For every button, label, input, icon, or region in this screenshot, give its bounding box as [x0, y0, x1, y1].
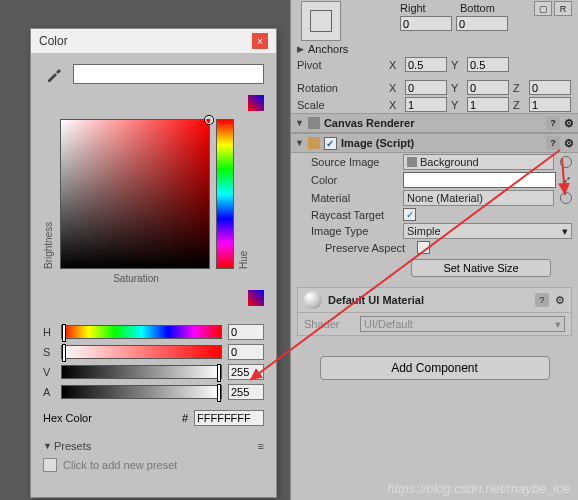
rot-z-input[interactable]	[529, 80, 571, 95]
chevron-down-icon: ▾	[562, 225, 568, 238]
h-slider[interactable]	[61, 325, 222, 339]
v-slider[interactable]	[61, 365, 222, 379]
anchors-foldout[interactable]: ▶ Anchors	[291, 42, 578, 56]
color-preview-swatch	[73, 64, 264, 84]
material-name: Default UI Material	[328, 294, 424, 306]
anchors-label: Anchors	[308, 43, 348, 55]
hue-axis-label: Hue	[238, 119, 249, 269]
material-label: Material	[311, 192, 399, 204]
help-icon[interactable]: ?	[546, 136, 560, 150]
gear-icon[interactable]: ⚙	[555, 294, 565, 307]
pivot-label: Pivot	[297, 59, 385, 71]
imagetype-label: Image Type	[311, 225, 399, 237]
canvas-renderer-header[interactable]: ▼ Canvas Renderer ? ⚙	[291, 113, 578, 133]
color-picker-window: Color × Brightness Hue Saturation	[30, 28, 277, 498]
source-image-label: Source Image	[311, 156, 399, 168]
eyedropper-icon[interactable]	[560, 174, 572, 186]
h-label: H	[43, 326, 55, 338]
canvas-renderer-title: Canvas Renderer	[324, 117, 415, 129]
chevron-down-icon: ▼	[295, 138, 304, 148]
color-picker-titlebar[interactable]: Color ×	[31, 29, 276, 53]
hex-input[interactable]	[194, 410, 264, 426]
material-value: None (Material)	[407, 192, 483, 204]
scale-y-input[interactable]	[467, 97, 509, 112]
chevron-down-icon: ▼	[43, 441, 52, 451]
close-icon[interactable]: ×	[252, 33, 268, 49]
color-field[interactable]	[403, 172, 556, 188]
v-input[interactable]	[228, 364, 264, 380]
a-input[interactable]	[228, 384, 264, 400]
object-picker-button[interactable]	[560, 156, 572, 168]
chevron-down-icon: ▼	[295, 118, 304, 128]
h-input[interactable]	[228, 324, 264, 340]
hex-hash: #	[182, 412, 188, 424]
help-icon[interactable]: ?	[546, 116, 560, 130]
help-icon[interactable]: ?	[535, 293, 549, 307]
presets-label: Presets	[54, 440, 91, 452]
add-preset-label: Click to add new preset	[63, 459, 177, 471]
rotation-label: Rotation	[297, 82, 385, 94]
presets-foldout[interactable]: ▼ Presets ≡	[43, 440, 264, 452]
a-slider[interactable]	[61, 385, 222, 399]
imagetype-value: Simple	[407, 225, 441, 237]
preserve-aspect-label: Preserve Aspect	[325, 242, 413, 254]
s-label: S	[43, 346, 55, 358]
blueprint-mode-button[interactable]: ▢	[534, 1, 552, 16]
hue-slider[interactable]	[216, 119, 234, 269]
bottom-input[interactable]	[456, 16, 508, 31]
image-component-title: Image (Script)	[341, 137, 414, 149]
add-component-button[interactable]: Add Component	[320, 356, 550, 380]
color-mode-icon[interactable]	[248, 95, 264, 111]
add-preset-button[interactable]: Click to add new preset	[43, 458, 264, 472]
scale-label: Scale	[297, 99, 385, 111]
eyedropper-icon[interactable]	[43, 63, 65, 85]
right-label: Right	[400, 2, 456, 14]
scale-z-input[interactable]	[529, 97, 571, 112]
material-field[interactable]: None (Material)	[403, 190, 554, 206]
saturation-value-picker[interactable]	[60, 119, 210, 269]
v-label: V	[43, 366, 55, 378]
image-enabled-checkbox[interactable]: ✓	[324, 137, 337, 150]
gear-icon[interactable]: ⚙	[564, 117, 574, 130]
material-card: Default UI Material ? ⚙ Shader UI/Defaul…	[297, 287, 572, 336]
rot-x-input[interactable]	[405, 80, 447, 95]
rot-y-input[interactable]	[467, 80, 509, 95]
pivot-y-input[interactable]	[467, 57, 509, 72]
hex-label: Hex Color	[43, 412, 92, 424]
preset-empty-icon	[43, 458, 57, 472]
a-label: A	[43, 386, 55, 398]
raycast-label: Raycast Target	[311, 209, 399, 221]
anchor-preset-button[interactable]	[301, 1, 341, 41]
imagetype-dropdown[interactable]: Simple ▾	[403, 223, 572, 239]
chevron-right-icon: ▶	[297, 44, 304, 54]
image-component-icon	[308, 137, 320, 149]
gear-icon[interactable]: ⚙	[564, 137, 574, 150]
sv-cursor[interactable]	[205, 116, 213, 124]
shader-label: Shader	[304, 318, 354, 330]
s-input[interactable]	[228, 344, 264, 360]
preserve-aspect-checkbox[interactable]	[417, 241, 430, 254]
source-image-value: Background	[420, 156, 479, 168]
object-picker-button[interactable]	[560, 192, 572, 204]
raw-edit-button[interactable]: R	[554, 1, 572, 16]
presets-menu-icon[interactable]: ≡	[258, 440, 264, 452]
scale-x-input[interactable]	[405, 97, 447, 112]
pivot-x-input[interactable]	[405, 57, 447, 72]
slider-mode-icon[interactable]	[248, 290, 264, 306]
raycast-checkbox[interactable]: ✓	[403, 208, 416, 221]
bottom-label: Bottom	[460, 2, 495, 14]
source-image-field[interactable]: Background	[403, 154, 554, 170]
shader-dropdown[interactable]: UI/Default ▾	[360, 316, 565, 332]
inspector-panel: stre Right Bottom ▢ R ▶ Anchors Pivot X …	[290, 0, 578, 500]
set-native-size-button[interactable]: Set Native Size	[411, 259, 551, 277]
image-component-header[interactable]: ▼ ✓ Image (Script) ? ⚙	[291, 133, 578, 153]
right-input[interactable]	[400, 16, 452, 31]
color-prop-label: Color	[311, 174, 399, 186]
sprite-icon	[407, 157, 417, 167]
brightness-axis-label: Brightness	[43, 119, 54, 269]
saturation-axis-label: Saturation	[61, 273, 211, 284]
color-picker-title: Color	[39, 34, 68, 48]
canvas-renderer-icon	[308, 117, 320, 129]
s-slider[interactable]	[61, 345, 222, 359]
watermark-text: https://blog.csdn.net/maybe_ice	[387, 481, 570, 496]
